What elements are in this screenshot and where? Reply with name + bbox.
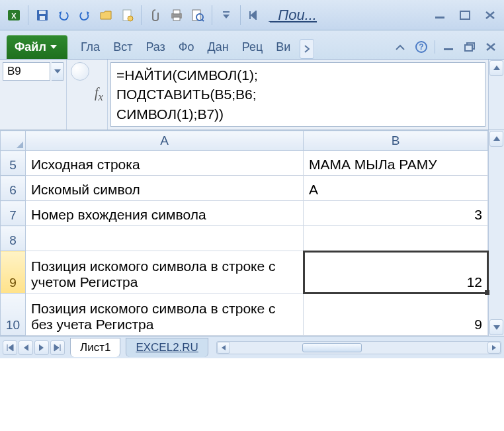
cell-b9[interactable]: 12: [304, 251, 488, 294]
open-folder-icon[interactable]: [96, 5, 116, 25]
svg-point-6: [128, 16, 133, 21]
svg-rect-13: [223, 11, 230, 13]
close-button[interactable]: [480, 7, 500, 24]
worksheet-grid-wrap: A B 5 Исходная строка МАМА МЫЛа РАМУ 6 И…: [0, 130, 504, 336]
sheet-nav-first-icon[interactable]: [3, 340, 17, 355]
print-preview-icon[interactable]: [188, 5, 208, 25]
svg-rect-15: [460, 11, 470, 19]
tab-review[interactable]: Рец: [235, 35, 270, 59]
cell-a8[interactable]: [26, 226, 304, 251]
cell-a5[interactable]: Исходная строка: [26, 151, 304, 176]
tab-file-label: Файл: [15, 40, 46, 54]
formula-input[interactable]: =НАЙТИ(СИМВОЛ(1); ПОДСТАВИТЬ(B5;B6; СИМВ…: [110, 62, 485, 127]
tab-formulas[interactable]: Фо: [172, 35, 201, 59]
vertical-scrollbar[interactable]: [488, 130, 504, 336]
svg-text:?: ?: [419, 42, 423, 52]
worksheet-grid[interactable]: A B 5 Исходная строка МАМА МЫЛа РАМУ 6 И…: [0, 130, 488, 336]
sheet-nav-last-icon[interactable]: [50, 340, 65, 355]
row-7: 7 Номер вхождения символа 3: [1, 201, 488, 226]
redo-icon[interactable]: [75, 5, 95, 25]
cell-a10[interactable]: Позиция искомого символа в строке с без …: [26, 294, 304, 336]
fx-icon[interactable]: fx: [95, 85, 103, 104]
doc-close-button[interactable]: [483, 39, 499, 55]
cell-b5[interactable]: МАМА МЫЛа РАМУ: [304, 151, 488, 176]
cell-a6[interactable]: Искомый символ: [26, 176, 304, 201]
maximize-button[interactable]: [455, 7, 475, 24]
excel-app-icon[interactable]: X: [4, 5, 24, 25]
cell-b7[interactable]: 3: [304, 201, 488, 226]
svg-rect-22: [465, 45, 472, 51]
svg-text:X: X: [11, 12, 17, 20]
undo-icon[interactable]: [54, 5, 73, 25]
col-header-b[interactable]: B: [304, 131, 488, 151]
row-6: 6 Искомый символ А: [1, 176, 488, 201]
skip-icon[interactable]: [245, 5, 265, 25]
sheet-tab-active[interactable]: Лист1: [70, 338, 120, 357]
cell-a9[interactable]: Позиция искомого символа в строке с учет…: [26, 251, 304, 294]
sheet-tab-link[interactable]: EXCEL2.RU: [126, 338, 208, 357]
search-link[interactable]: _Пои...: [266, 7, 321, 24]
ribbon-minimize-icon[interactable]: [392, 39, 408, 55]
quick-access-toolbar: X _Пои...: [0, 0, 504, 30]
help-icon[interactable]: ?: [413, 39, 429, 55]
cell-b8[interactable]: [304, 226, 488, 251]
row-header-8[interactable]: 8: [1, 226, 26, 251]
tab-view[interactable]: Ви: [269, 35, 297, 59]
cell-b6[interactable]: А: [304, 176, 488, 201]
name-box-dropdown[interactable]: [52, 62, 63, 81]
row-10: 10 Позиция искомого символа в строке с б…: [1, 294, 488, 336]
scroll-down-icon[interactable]: [489, 319, 503, 335]
horizontal-scrollbar[interactable]: [216, 341, 501, 354]
row-header-9[interactable]: 9: [1, 251, 26, 294]
doc-restore-button[interactable]: [462, 39, 478, 55]
doc-minimize-button[interactable]: [441, 39, 456, 55]
hscroll-right-icon[interactable]: [487, 342, 501, 354]
tab-data[interactable]: Дан: [201, 35, 235, 59]
tab-insert[interactable]: Вст: [106, 35, 139, 59]
formula-bar: B9 fx =НАЙТИ(СИМВОЛ(1); ПОДСТАВИТЬ(B5;B6…: [0, 59, 504, 130]
row-5: 5 Исходная строка МАМА МЫЛа РАМУ: [1, 151, 488, 176]
cancel-formula-icon[interactable]: [71, 62, 89, 81]
svg-rect-4: [40, 16, 45, 20]
ribbon-tabs: Файл Гла Вст Раз Фо Дан Рец Ви ?: [0, 30, 504, 59]
sheet-nav-next-icon[interactable]: [34, 340, 49, 355]
tab-overflow[interactable]: [300, 39, 314, 59]
svg-rect-9: [173, 17, 180, 20]
attach-icon[interactable]: [146, 5, 165, 25]
quick-print-icon[interactable]: [167, 5, 187, 25]
sheet-nav-prev-icon[interactable]: [19, 340, 33, 355]
row-header-6[interactable]: 6: [1, 176, 26, 201]
svg-line-12: [202, 19, 204, 21]
cell-a7[interactable]: Номер вхождения символа: [26, 201, 304, 226]
sheet-tab-bar: Лист1 EXCEL2.RU: [0, 336, 504, 358]
hscroll-left-icon[interactable]: [217, 342, 230, 354]
svg-rect-20: [444, 48, 453, 50]
row-header-7[interactable]: 7: [1, 201, 26, 226]
row-header-10[interactable]: 10: [1, 294, 26, 336]
row-header-5[interactable]: 5: [1, 151, 26, 176]
svg-rect-8: [173, 10, 180, 14]
new-file-icon[interactable]: [117, 5, 137, 25]
tab-home[interactable]: Гла: [74, 35, 106, 59]
name-box[interactable]: B9: [3, 62, 50, 81]
tab-file[interactable]: Файл: [7, 35, 67, 59]
formula-bar-expand: [488, 59, 504, 130]
select-all-triangle[interactable]: [1, 131, 26, 151]
minimize-button[interactable]: [430, 7, 450, 24]
scroll-up-icon[interactable]: [489, 131, 503, 147]
row-9: 9 Позиция искомого символа в строке с уч…: [1, 251, 488, 294]
cell-b10[interactable]: 9: [304, 294, 488, 336]
svg-rect-3: [39, 11, 46, 14]
formula-bar-up-icon[interactable]: [489, 60, 503, 76]
hscroll-thumb[interactable]: [302, 343, 362, 352]
svg-rect-14: [435, 17, 444, 19]
save-icon[interactable]: [32, 5, 52, 25]
tab-page-layout[interactable]: Раз: [139, 35, 171, 59]
row-8: 8: [1, 226, 488, 251]
col-header-a[interactable]: A: [26, 131, 304, 151]
qat-customize-icon[interactable]: [216, 5, 236, 25]
